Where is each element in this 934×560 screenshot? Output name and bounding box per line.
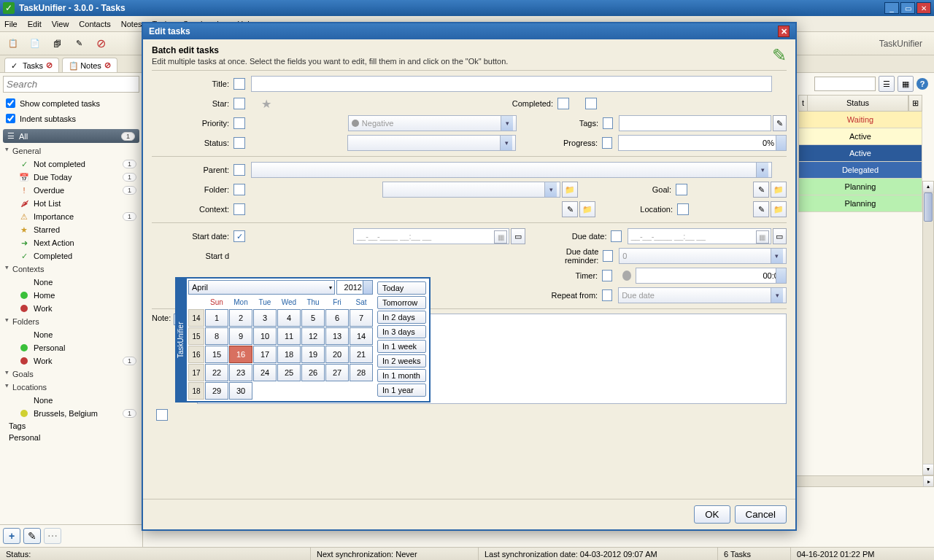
- sidebar-item[interactable]: None: [3, 328, 139, 341]
- timer-icon[interactable]: [622, 271, 631, 281]
- toolbar-note-icon[interactable]: 📄: [26, 35, 44, 52]
- search-input[interactable]: [3, 76, 139, 93]
- calendar-day[interactable]: 21: [350, 346, 373, 363]
- sidebar-item[interactable]: 🌶Hot List: [3, 197, 139, 210]
- maximize-button[interactable]: ▭: [900, 2, 915, 14]
- calendar-day[interactable]: 9: [229, 327, 252, 345]
- folder-combo[interactable]: [382, 182, 560, 198]
- calendar-day[interactable]: 20: [325, 346, 349, 363]
- title-input[interactable]: [251, 76, 772, 92]
- ok-button[interactable]: OK: [694, 505, 730, 524]
- sidebar-edit-button[interactable]: ✎: [23, 528, 41, 544]
- status-row[interactable]: Waiting: [798, 112, 922, 128]
- completed-enable-checkbox[interactable]: [557, 98, 569, 109]
- calendar-day[interactable]: 5: [301, 309, 325, 327]
- calendar-day[interactable]: 12: [301, 327, 325, 345]
- calendar-quick-button[interactable]: In 3 days: [377, 325, 426, 338]
- calendar-day[interactable]: 29: [205, 382, 228, 400]
- sidebar-add-button[interactable]: +: [3, 528, 20, 544]
- sidebar-group-locations[interactable]: Locations: [3, 381, 139, 394]
- status-row[interactable]: Planning: [798, 179, 922, 195]
- star-icon[interactable]: ★: [261, 97, 271, 111]
- content-filter-button[interactable]: ☰: [879, 76, 895, 92]
- goal-edit-button[interactable]: ✎: [753, 182, 769, 198]
- help-icon[interactable]: ?: [916, 78, 928, 90]
- calendar-quick-button[interactable]: In 2 days: [377, 311, 426, 324]
- repeat-from-combo[interactable]: Due date: [618, 287, 787, 303]
- parent-combo[interactable]: [251, 162, 772, 178]
- menu-edit[interactable]: Edit: [28, 20, 42, 28]
- sidebar-item[interactable]: Work: [3, 302, 139, 315]
- minimize-button[interactable]: _: [884, 2, 899, 14]
- star-enable-checkbox[interactable]: [234, 98, 245, 109]
- location-enable-checkbox[interactable]: [677, 203, 689, 215]
- sidebar-item[interactable]: Personal: [3, 341, 139, 354]
- calendar-day[interactable]: 27: [325, 364, 349, 381]
- calendar-day[interactable]: 7: [350, 309, 373, 327]
- context-browse-button[interactable]: 📁: [579, 201, 595, 217]
- calendar-quick-button[interactable]: Tomorrow: [377, 296, 426, 309]
- priority-combo[interactable]: Negative: [348, 115, 517, 131]
- sidebar-item[interactable]: Work1: [3, 354, 139, 368]
- close-tab-icon[interactable]: ⊘: [104, 61, 111, 70]
- calendar-quick-button[interactable]: In 1 year: [377, 384, 426, 397]
- calendar-day[interactable]: 3: [253, 309, 277, 327]
- sidebar-group-general[interactable]: General: [3, 144, 139, 158]
- calendar-day[interactable]: 10: [253, 327, 277, 345]
- sidebar-item[interactable]: ★Starred: [3, 223, 139, 236]
- folder-enable-checkbox[interactable]: [234, 184, 245, 195]
- repeat-from-enable-checkbox[interactable]: [602, 289, 612, 301]
- start-date-input[interactable]: __-__-____ __:__ __▦: [353, 228, 509, 244]
- calendar-day[interactable]: 23: [229, 364, 252, 381]
- close-tab-icon[interactable]: ⊘: [46, 61, 53, 70]
- sidebar-item[interactable]: None: [3, 276, 139, 289]
- menu-contacts[interactable]: Contacts: [79, 20, 110, 28]
- vertical-scrollbar[interactable]: [922, 181, 934, 475]
- due-reminder-combo[interactable]: 0: [619, 248, 787, 264]
- calendar-day[interactable]: 2: [229, 309, 252, 327]
- context-edit-button[interactable]: ✎: [562, 201, 578, 217]
- progress-input[interactable]: 0%: [618, 135, 787, 151]
- toolbar-edit-icon[interactable]: ✎: [70, 35, 88, 52]
- sidebar-item[interactable]: None: [3, 394, 139, 407]
- calendar-day[interactable]: 28: [350, 364, 373, 381]
- scrollbar-thumb[interactable]: [924, 192, 933, 222]
- tags-edit-button[interactable]: ✎: [773, 115, 787, 131]
- tags-input[interactable]: [619, 115, 771, 131]
- tags-enable-checkbox[interactable]: [603, 117, 613, 129]
- parent-enable-checkbox[interactable]: [234, 164, 245, 176]
- calendar-day[interactable]: 15: [205, 346, 228, 363]
- toolbar-delete-icon[interactable]: ⊘: [92, 35, 109, 52]
- due-date-clear-button[interactable]: ▭: [773, 228, 787, 244]
- status-row[interactable]: Planning: [798, 195, 922, 212]
- sidebar-item[interactable]: Home: [3, 289, 139, 302]
- dialog-close-button[interactable]: ✕: [778, 26, 790, 37]
- content-columns-button[interactable]: ▦: [898, 76, 914, 92]
- calendar-day[interactable]: 24: [253, 364, 277, 381]
- completed-checkbox[interactable]: [585, 98, 597, 109]
- sidebar-item-tags[interactable]: Tags: [3, 420, 139, 432]
- goal-browse-button[interactable]: 📁: [771, 182, 787, 198]
- toolbar-copy-icon[interactable]: 🗐: [48, 35, 66, 52]
- timer-enable-checkbox[interactable]: [602, 270, 612, 281]
- col-config-icon[interactable]: ⊞: [908, 95, 922, 112]
- sidebar-item[interactable]: Brussels, Belgium1: [3, 407, 139, 420]
- menu-file[interactable]: File: [4, 20, 18, 28]
- tab-tasks[interactable]: ✓ Tasks ⊘: [4, 58, 59, 72]
- menu-notes[interactable]: Notes: [121, 20, 142, 28]
- calendar-month-combo[interactable]: April: [188, 280, 335, 295]
- sidebar-group-goals[interactable]: Goals: [3, 368, 139, 381]
- due-date-enable-checkbox[interactable]: [611, 230, 621, 242]
- show-completed-checkbox[interactable]: Show completed tasks: [0, 96, 142, 111]
- sidebar-item-personal[interactable]: Personal: [3, 432, 139, 443]
- status-row[interactable]: Active: [798, 145, 922, 162]
- sidebar-item-all[interactable]: ☰ All 1: [3, 129, 139, 143]
- priority-enable-checkbox[interactable]: [234, 117, 245, 129]
- calendar-icon[interactable]: ▦: [756, 230, 769, 244]
- calendar-day[interactable]: 17: [253, 346, 277, 363]
- timer-input[interactable]: 00:00: [636, 268, 787, 284]
- calendar-quick-button[interactable]: In 2 weeks: [377, 354, 426, 368]
- content-search-input[interactable]: [814, 77, 876, 91]
- status-row[interactable]: Delegated: [798, 162, 922, 179]
- tab-notes[interactable]: 📋 Notes ⊘: [62, 58, 117, 72]
